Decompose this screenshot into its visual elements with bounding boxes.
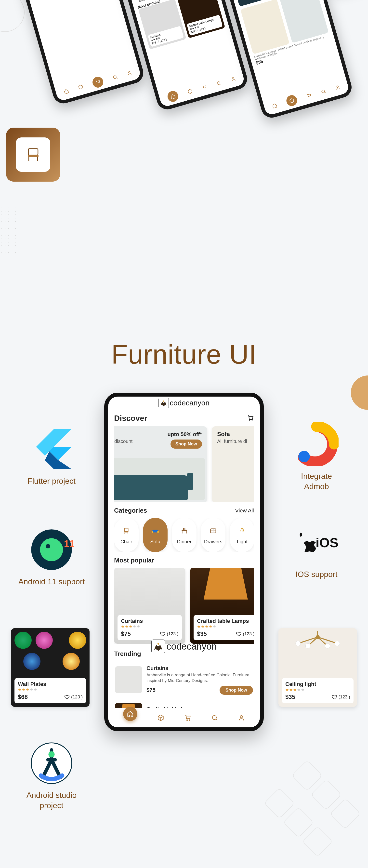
collage-phone-cart: Curtains - 1 + $35 Sub Total Shipping Fe… (5, 0, 146, 106)
most-popular-header: Most popular (114, 557, 154, 564)
likes[interactable]: (123 ) (236, 631, 254, 637)
svg-point-43 (240, 715, 243, 718)
flutter-icon (29, 427, 73, 471)
category-drawers[interactable]: Drawers (201, 518, 225, 552)
cart-icon[interactable] (202, 85, 208, 91)
svg-line-42 (216, 719, 217, 720)
product-card[interactable]: Crafted table Lamps ★★★★★ $35 (123 ) (190, 568, 254, 644)
box-icon[interactable] (157, 714, 164, 721)
likes[interactable]: (123 ) (160, 631, 178, 637)
svg-rect-29 (183, 528, 184, 530)
deco-dots (0, 206, 22, 255)
trending-item[interactable]: Crafted table Lamps Amberville is a rang… (114, 699, 254, 708)
cart-icon[interactable] (247, 415, 254, 422)
category-chair[interactable]: Chair (114, 518, 139, 552)
ios-icon: iOS (295, 520, 339, 564)
shop-now-button[interactable]: Shop Now (220, 686, 253, 695)
page-title: Furniture UI (0, 339, 368, 370)
svg-line-8 (220, 84, 221, 85)
cart-icon[interactable] (306, 93, 312, 99)
view-all-link[interactable]: View All (235, 507, 254, 514)
box-fab[interactable] (285, 94, 298, 107)
trending-item[interactable]: Curtains Amberville is a range of Hand-c… (114, 661, 254, 699)
heart-icon (64, 694, 70, 700)
home-icon[interactable] (63, 88, 69, 94)
user-icon[interactable] (335, 85, 341, 91)
feature-android11: 11 Android 11 support (12, 528, 91, 587)
android11-icon: 11 (29, 528, 73, 572)
svg-point-62 (335, 641, 340, 646)
star-rating: ★★★★★ (18, 687, 83, 692)
most-popular-list[interactable]: Curtains ★★★★★ $75 (123 ) Crafted table … (114, 568, 254, 644)
categories-header: Categories (114, 507, 147, 515)
dinner-icon (179, 526, 189, 536)
category-dinner[interactable]: Dinner (172, 518, 196, 552)
search-icon[interactable] (216, 80, 222, 86)
light-icon (237, 526, 247, 536)
svg-point-40 (189, 719, 190, 720)
collage-hero: Curtains - 1 + $35 Sub Total Shipping Fe… (6, 0, 368, 203)
categories-row[interactable]: Chair Sofa Dinner Drawers Light (114, 518, 254, 552)
box-icon[interactable] (187, 88, 193, 94)
brand-bar: codecanyon (108, 397, 260, 409)
search-icon[interactable] (211, 714, 218, 721)
svg-rect-30 (184, 528, 185, 530)
svg-point-15 (336, 86, 338, 88)
product-card-wall-plates[interactable]: Wall Plates ★★★★★ $68 (123 ) (11, 628, 90, 707)
svg-line-14 (324, 92, 326, 93)
shop-now-button[interactable]: Shop Now (171, 439, 202, 448)
svg-point-59 (296, 641, 301, 646)
brand-wordmark: codecanyon (170, 399, 210, 407)
user-icon[interactable] (238, 714, 245, 721)
svg-rect-1 (28, 155, 38, 157)
category-light[interactable]: Light (230, 518, 254, 552)
drawers-icon (208, 526, 218, 536)
user-icon[interactable] (126, 70, 132, 76)
main-phone-mock: codecanyon Discover fa furniture discoun… (104, 393, 264, 731)
svg-point-65 (48, 751, 55, 757)
category-sofa[interactable]: Sofa (143, 518, 167, 552)
promo-carousel[interactable]: fa furniture discount upto 50% off* Shop… (114, 426, 254, 502)
cart-fab[interactable] (91, 75, 104, 89)
svg-text:iOS: iOS (315, 535, 338, 550)
svg-point-17 (249, 421, 250, 421)
eagle-icon (158, 398, 169, 408)
svg-point-9 (232, 77, 234, 79)
heart-icon (160, 631, 165, 637)
admob-icon (295, 422, 339, 466)
deco-circle (0, 0, 25, 32)
feature-ios: iOS IOS support (277, 520, 356, 580)
svg-point-4 (113, 75, 117, 79)
bottom-nav (108, 708, 260, 727)
cart-icon[interactable] (184, 714, 191, 721)
product-card-ceiling-light[interactable]: Ceiling light ★★★★★ $35 (123 ) (278, 628, 357, 707)
app-icon-tile (6, 128, 60, 182)
svg-rect-0 (28, 149, 38, 155)
sofa-image (114, 458, 205, 500)
nav-home-fab[interactable] (123, 707, 137, 721)
likes[interactable]: (123 ) (332, 694, 350, 700)
user-icon[interactable] (230, 76, 236, 82)
trending-header: Trending (114, 650, 141, 658)
box-icon[interactable] (78, 84, 84, 90)
likes[interactable]: (123 ) (64, 694, 83, 700)
home-icon[interactable] (272, 102, 278, 109)
svg-text:11: 11 (64, 538, 73, 549)
home-fab[interactable] (166, 90, 180, 103)
search-icon[interactable] (320, 89, 327, 95)
svg-rect-19 (125, 528, 128, 531)
star-rating: ★★★★★ (121, 624, 178, 629)
svg-point-48 (40, 538, 63, 561)
search-icon[interactable] (112, 74, 118, 80)
promo-card[interactable]: fa furniture discount upto 50% off* Shop… (114, 426, 207, 502)
svg-rect-24 (152, 531, 153, 533)
svg-rect-25 (157, 531, 159, 533)
android-studio-icon (29, 741, 73, 785)
product-card[interactable]: Curtains ★★★★★ $75 (123 ) (114, 568, 185, 644)
svg-point-13 (321, 90, 325, 93)
svg-point-34 (213, 531, 214, 532)
promo-card[interactable]: Sofa All furniture di (212, 426, 254, 502)
home-icon (127, 710, 134, 717)
svg-point-6 (128, 71, 130, 73)
svg-point-60 (305, 644, 310, 648)
